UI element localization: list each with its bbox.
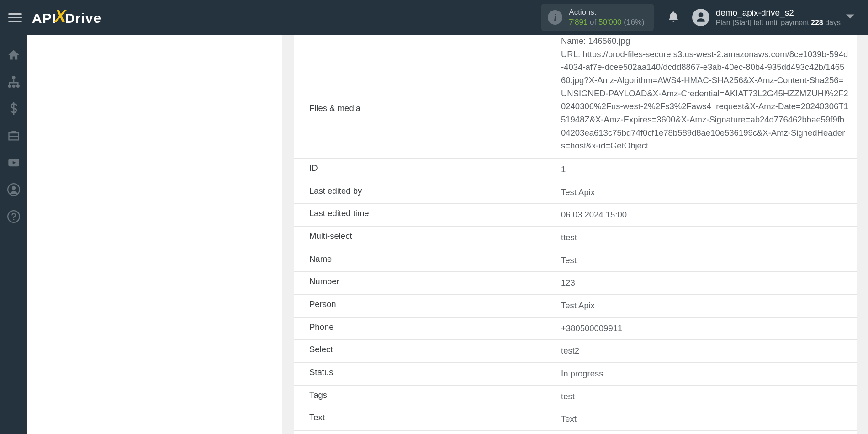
svg-point-1 — [8, 85, 11, 87]
help-icon[interactable] — [7, 210, 20, 223]
table-row: Tagstest — [294, 386, 857, 408]
actions-label: Actions: — [569, 7, 644, 17]
left-panel — [27, 35, 282, 434]
dollar-icon[interactable] — [7, 102, 20, 115]
svg-point-8 — [13, 219, 15, 220]
svg-point-3 — [16, 85, 19, 87]
notifications-bell-icon[interactable] — [667, 10, 679, 25]
table-row: Last edited time06.03.2024 15:00 — [294, 204, 857, 227]
briefcase-icon[interactable] — [7, 129, 20, 142]
table-row: URLhttps://apix-drive.com — [294, 431, 857, 434]
table-row: PersonTest Apix — [294, 295, 857, 318]
user-icon[interactable] — [7, 183, 20, 196]
svg-point-6 — [12, 186, 16, 190]
table-row: NameTest — [294, 249, 857, 272]
table-row: ID1 — [294, 159, 857, 181]
user-name: demo_apix-drive_s2 — [716, 7, 841, 18]
table-row: Number123 — [294, 272, 857, 295]
user-menu[interactable]: demo_apix-drive_s2 Plan |Start| left unt… — [692, 7, 841, 27]
table-row: Files & media Name: 146560.jpg URL: http… — [294, 35, 857, 159]
table-row: TextText — [294, 408, 857, 431]
plan-info: Plan |Start| left until payment 228 days — [716, 18, 841, 27]
table-row: StatusIn progress — [294, 363, 857, 386]
top-header: APIXDrive i Actions: 7'891 of 50'000 (16… — [0, 0, 868, 35]
test-data-table: Files & media Name: 146560.jpg URL: http… — [294, 35, 857, 434]
avatar-icon — [692, 9, 709, 26]
menu-toggle-icon[interactable] — [8, 11, 22, 24]
table-row: Multi-selectttest — [294, 227, 857, 249]
sidebar — [0, 35, 27, 434]
table-row: Last edited byTest Apix — [294, 181, 857, 204]
actions-counter[interactable]: i Actions: 7'891 of 50'000 (16%) — [541, 4, 653, 31]
table-row: Phone+380500009911 — [294, 318, 857, 340]
connections-icon[interactable] — [7, 75, 20, 88]
table-row: Selecttest2 — [294, 340, 857, 363]
svg-point-0 — [12, 76, 15, 79]
data-panel: Files & media Name: 146560.jpg URL: http… — [294, 35, 857, 434]
home-icon[interactable] — [7, 48, 20, 61]
info-icon: i — [548, 10, 562, 25]
files-media-value: Name: 146560.jpg URL: https://prod-files… — [561, 35, 857, 153]
chevron-down-icon[interactable] — [841, 13, 860, 21]
video-icon[interactable] — [7, 156, 20, 169]
logo[interactable]: APIXDrive — [32, 8, 101, 27]
svg-point-2 — [12, 85, 15, 87]
